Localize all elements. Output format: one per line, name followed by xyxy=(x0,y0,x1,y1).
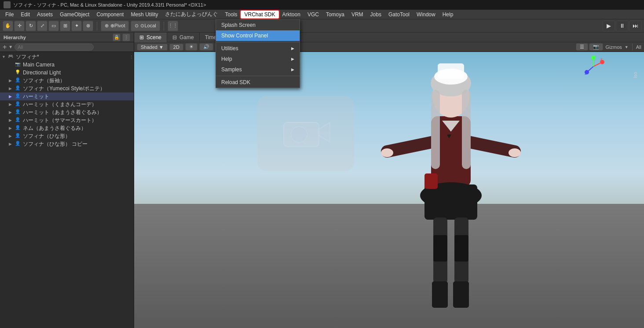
dd-samples-label: Samples xyxy=(221,66,242,73)
hierarchy-item-sofina-furisode[interactable]: ▶ 👤 ソフィナ（振袖） xyxy=(0,77,134,85)
move-tool[interactable]: ✛ xyxy=(14,21,25,31)
custom-tool[interactable]: ✦ xyxy=(71,21,82,31)
menu-gatotool[interactable]: GatoTool xyxy=(385,11,413,18)
viewport: ♥ X xyxy=(134,52,644,328)
hand-tool[interactable]: ✋ xyxy=(3,21,13,31)
2d-toggle[interactable]: 2D xyxy=(169,44,183,51)
hierarchy-item-label: ソフィナ（ひな形） コピー xyxy=(23,140,88,148)
axis-gizmo-svg: X Y Z xyxy=(582,55,604,77)
hierarchy-item-sofina-hinakata[interactable]: ▶ 👤 ソフィナ（ひな形） xyxy=(0,132,134,140)
character-svg: ♥ xyxy=(374,59,528,314)
scene-panel: ⊞ Scene ⊟ Game Timeline Shaded ▼ 2D xyxy=(134,33,644,328)
scale-tool[interactable]: ⤢ xyxy=(37,21,48,31)
step-button[interactable]: ⏭ xyxy=(629,21,641,31)
hierarchy-item-hermit-kuma[interactable]: ▶ 👤 ハーミット（くまさんコーデ） xyxy=(0,100,134,108)
transform-all-tool[interactable]: ⊞ xyxy=(60,21,70,31)
dd-item-splash-screen[interactable]: Splash Screen xyxy=(216,20,300,30)
audio-toggle[interactable]: 🔊 xyxy=(199,43,213,51)
viewport-tools-btn[interactable]: ☰ xyxy=(576,43,588,51)
light-icon: 💡 xyxy=(15,70,21,76)
menu-tomoya[interactable]: Tomoya xyxy=(322,11,348,18)
local-button[interactable]: ⊙ ⊙Local xyxy=(131,21,160,31)
character-model: ♥ xyxy=(374,59,528,314)
hierarchy-item-nem-amau[interactable]: ▶ 👤 ネム（あまうさ着ぐるみ） xyxy=(0,124,134,132)
play-button[interactable]: ▶ xyxy=(603,21,615,31)
menu-edit[interactable]: Edit xyxy=(17,11,33,18)
dd-separator xyxy=(216,42,300,42)
menu-tools[interactable]: Tools xyxy=(221,11,241,18)
pivot-label: ⊕Pivot xyxy=(110,23,125,29)
add-hierarchy-button[interactable]: + xyxy=(3,43,7,51)
hierarchy-item-directional-light[interactable]: ▶ 💡 Directional Light xyxy=(0,69,134,77)
snap-button[interactable]: ⋮⋮ xyxy=(168,21,178,31)
title-bar: ソフィナ - ソフィナ - PC, Mac & Linux Standalone… xyxy=(0,0,644,10)
dd-item-samples[interactable]: Samples ▶ xyxy=(216,64,300,75)
shading-dropdown[interactable]: Shaded ▼ xyxy=(137,44,168,51)
dropdown-arrow-icon[interactable]: ▼ xyxy=(8,44,13,49)
dd-item-reload-sdk[interactable]: Reload SDK xyxy=(216,77,300,88)
hierarchy-item-label: Main Camera xyxy=(23,62,55,68)
menu-vrchat-sdk[interactable]: VRChat SDK xyxy=(241,11,278,18)
app-icon xyxy=(4,1,11,8)
hierarchy-item-sofina-yumecoi[interactable]: ▶ 👤 ソフィナ（Yumecoi Style/ポニテ） xyxy=(0,85,134,92)
hierarchy-item-label: ハーミット（サマースカート） xyxy=(23,117,97,124)
menu-file[interactable]: File xyxy=(2,11,17,18)
shading-arrow-icon: ▼ xyxy=(159,44,164,50)
menu-help[interactable]: Help xyxy=(439,11,457,18)
dd-item-help[interactable]: Help ▶ xyxy=(216,54,300,64)
svg-rect-13 xyxy=(453,281,469,308)
scene-gizmo[interactable]: X Y Z xyxy=(582,55,609,82)
sep1 xyxy=(97,22,97,30)
viewport-camera-btn[interactable]: 📷 xyxy=(589,43,603,51)
menu-vgc[interactable]: VGC xyxy=(304,11,322,18)
avatar-icon: 👤 xyxy=(15,141,21,147)
svg-text:♥: ♥ xyxy=(447,132,451,140)
dd-splash-label: Splash Screen xyxy=(221,22,256,28)
menu-japanese[interactable]: さたにあしよっぴんぐ xyxy=(161,10,221,19)
hierarchy-lock-button[interactable]: 🔒 xyxy=(113,33,121,41)
dd-item-show-control-panel[interactable]: Show Control Panel xyxy=(216,30,300,41)
svg-point-2 xyxy=(291,126,307,142)
svg-rect-17 xyxy=(462,90,471,169)
hierarchy-search-input[interactable] xyxy=(15,44,94,51)
hierarchy-item-main-camera[interactable]: ▶ 📷 Main Camera xyxy=(0,61,134,69)
hierarchy-title: Hierarchy xyxy=(4,35,26,40)
tab-game-label: Game xyxy=(179,34,194,41)
menu-jobs[interactable]: Jobs xyxy=(367,11,385,18)
menu-arktoon[interactable]: Arktoon xyxy=(279,11,304,18)
lighting-toggle[interactable]: ☀ xyxy=(185,43,198,51)
hierarchy-item-sofina-hinakata-copy[interactable]: ▶ 👤 ソフィナ（ひな形） コピー xyxy=(0,140,134,148)
menu-component[interactable]: Component xyxy=(93,11,127,18)
svg-text:Y: Y xyxy=(592,55,594,58)
svg-point-24 xyxy=(509,148,521,157)
hierarchy-item-menu-icon[interactable]: ⋮ xyxy=(129,55,134,59)
menu-window[interactable]: Window xyxy=(413,11,439,18)
transform-tools: ✋ ✛ ↻ ⤢ ▭ ⊞ ✦ ⊗ xyxy=(3,21,93,31)
menu-assets[interactable]: Assets xyxy=(33,11,56,18)
svg-marker-1 xyxy=(319,122,330,142)
hierarchy-item-root[interactable]: ▼ 🎮 ソフィナ* ⋮ xyxy=(0,53,134,61)
rotate-tool[interactable]: ↻ xyxy=(26,21,36,31)
pause-button[interactable]: ⏸ xyxy=(616,21,628,31)
menu-vrm[interactable]: VRM xyxy=(348,11,367,18)
pivot-button[interactable]: ⊕ ⊕Pivot xyxy=(101,21,129,31)
rect-tool[interactable]: ▭ xyxy=(48,21,59,31)
arrow-icon: ▶ xyxy=(9,134,14,138)
hierarchy-item-hermit-summer[interactable]: ▶ 👤 ハーミット（サマースカート） xyxy=(0,116,134,124)
hierarchy-item-hermit-amau[interactable]: ▶ 👤 ハーミット（あまうさ着ぐるみ） xyxy=(0,108,134,116)
extra-tool[interactable]: ⊗ xyxy=(83,21,93,31)
hierarchy-menu-button[interactable]: ⋮ xyxy=(122,33,130,41)
game-icon: ⊟ xyxy=(172,34,177,41)
tab-scene[interactable]: ⊞ Scene xyxy=(134,33,167,42)
menu-mesh-utility[interactable]: Mesh Utility xyxy=(127,11,161,18)
dd-item-utilities[interactable]: Utilities ▶ xyxy=(216,43,300,54)
tab-game[interactable]: ⊟ Game xyxy=(167,33,200,42)
hierarchy-item-hermit[interactable]: ▶ 👤 ハーミット xyxy=(0,92,134,100)
hierarchy-item-label: ソフィナ* xyxy=(16,53,39,61)
menu-gameobject[interactable]: GameObject xyxy=(56,11,93,18)
2d-label: 2D xyxy=(173,44,179,50)
hierarchy-item-label: ネム（あまうさ着ぐるみ） xyxy=(23,125,86,132)
svg-rect-12 xyxy=(432,281,448,308)
sep2 xyxy=(164,22,164,30)
dd-utilities-label: Utilities xyxy=(221,45,238,52)
